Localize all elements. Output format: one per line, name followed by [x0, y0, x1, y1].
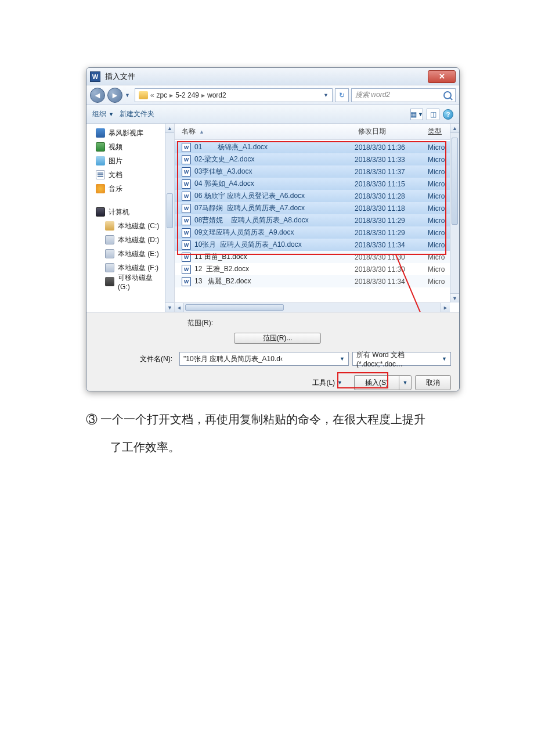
search-input[interactable]: 搜索 word2: [351, 88, 456, 102]
file-date: 2018/3/30 11:34: [355, 241, 424, 249]
file-name: 09文瑶应聘人员简历表_A9.docx: [194, 228, 351, 237]
word-doc-icon: W: [182, 277, 191, 286]
organize-dropdown[interactable]: 组织▼: [92, 109, 114, 119]
file-name: 01 杨锦燕_A1.docx: [194, 142, 351, 152]
file-row[interactable]: W 10张月 应聘人员简历表_A10.docx 2018/3/30 11:34 …: [175, 239, 459, 251]
scroll-up-icon[interactable]: ▲: [450, 124, 459, 133]
cancel-button[interactable]: 取消: [415, 375, 451, 390]
forward-button[interactable]: ►: [107, 88, 122, 103]
search-placeholder: 搜索 word2: [355, 90, 390, 100]
sort-asc-icon[interactable]: ▲: [199, 129, 204, 135]
range-button[interactable]: 范围(R)...: [234, 333, 321, 344]
path-segment[interactable]: zpc: [157, 91, 168, 99]
sidebar-item[interactable]: 文档: [96, 168, 174, 182]
file-row[interactable]: W 13 焦麗_B2.docx 2018/3/30 11:34 Micro: [175, 275, 459, 287]
sidebar-item-label: 文档: [109, 170, 122, 180]
file-name: 11 田苗_B1.docx: [194, 252, 351, 262]
file-filter-dropdown[interactable]: 所有 Word 文档(*.docx;*.doc… ▼: [352, 352, 451, 366]
tools-dropdown[interactable]: 工具(L)▼: [312, 378, 342, 388]
close-button[interactable]: ✕: [428, 70, 456, 83]
sidebar-drive[interactable]: 本地磁盘 (E:): [96, 247, 174, 261]
file-vscrollbar[interactable]: ▲ ▼: [450, 124, 459, 303]
ico-vid2-icon: [96, 142, 105, 152]
file-date: 2018/3/30 11:33: [355, 156, 424, 164]
file-row[interactable]: W 12 王雅_B2.docx 2018/3/30 11:30 Micro: [175, 263, 459, 275]
scroll-up-icon[interactable]: ▲: [165, 124, 174, 133]
sidebar-item[interactable]: 图片: [96, 154, 174, 168]
file-date: 2018/3/30 11:37: [355, 168, 424, 176]
word-app-icon: W: [90, 71, 100, 82]
range-label: 范围(R):: [95, 318, 451, 328]
recent-dropdown-icon[interactable]: ▼: [125, 92, 130, 98]
file-date: 2018/3/30 11:36: [355, 143, 424, 152]
file-name: 07马靜娴 应聘人员简历表_A7.docx: [194, 203, 351, 213]
sidebar-computer[interactable]: 计算机: [96, 205, 174, 219]
filter-dropdown-icon[interactable]: ▼: [442, 356, 447, 362]
view-mode-dropdown[interactable]: ▦ ▼: [410, 109, 423, 120]
sidebar-item[interactable]: 暴风影视库: [96, 126, 174, 140]
titlebar: W 插入文件 ✕: [86, 68, 459, 85]
insert-dropdown[interactable]: ▼: [399, 375, 412, 390]
drive-icon: [105, 221, 114, 231]
sidebar-drive[interactable]: 本地磁盘 (C:): [96, 219, 174, 233]
word-doc-icon: W: [182, 192, 191, 201]
file-row[interactable]: W 06 杨欣宇 应聘人员登记表_A6.docx 2018/3/30 11:28…: [175, 190, 459, 202]
insert-button[interactable]: 插入(S): [354, 375, 399, 390]
drive-icon: [105, 249, 114, 258]
sidebar-drive[interactable]: 可移动磁盘 (G:): [96, 275, 174, 289]
sidebar-item[interactable]: 视频: [96, 140, 174, 154]
sidebar-item-label: 暴风影视库: [109, 128, 143, 138]
file-date: 2018/3/30 11:34: [355, 278, 424, 286]
sidebar-item-label: 音乐: [109, 184, 122, 194]
caption-text: ③ 一个一个打开文档，再使用复制粘贴的命令，在很大程度上提升 了工作效率。: [86, 405, 448, 461]
new-folder-button[interactable]: 新建文件夹: [120, 109, 154, 119]
scroll-thumb[interactable]: [185, 304, 284, 311]
filename-input[interactable]: "10张月 应聘人员简历表_A10.d‹ ▼: [179, 352, 349, 366]
sidebar-scrollbar[interactable]: ▲ ▼: [165, 124, 174, 312]
path-segment[interactable]: 5-2 249: [175, 91, 199, 99]
word-doc-icon: W: [182, 240, 191, 250]
column-headers[interactable]: 名称▲ 修改日期 类型: [175, 124, 459, 140]
file-hscrollbar[interactable]: ◄ ►: [175, 303, 450, 312]
scroll-down-icon[interactable]: ▼: [165, 303, 174, 312]
file-row[interactable]: W 11 田苗_B1.docx 2018/3/30 11:30 Micro: [175, 251, 459, 263]
word-doc-icon: W: [182, 167, 191, 177]
navigation-pane: 暴风影视库视频图片文档音乐计算机本地磁盘 (C:)本地磁盘 (D:)本地磁盘 (…: [86, 124, 175, 312]
word-doc-icon: W: [182, 155, 191, 164]
scroll-right-icon[interactable]: ►: [441, 303, 450, 312]
scroll-thumb[interactable]: [452, 138, 458, 225]
file-name: 02-梁文史_A2.docx: [194, 154, 351, 164]
file-date: 2018/3/30 11:30: [355, 265, 424, 273]
sidebar-item-label: 本地磁盘 (E:): [118, 249, 159, 259]
word-doc-icon: W: [182, 204, 191, 213]
help-icon[interactable]: ?: [443, 109, 453, 120]
file-name: 04 郭美如_A4.docx: [194, 179, 351, 189]
file-row[interactable]: W 07马靜娴 应聘人员简历表_A7.docx 2018/3/30 11:18 …: [175, 202, 459, 214]
filename-dropdown-icon[interactable]: ▼: [340, 356, 345, 362]
file-row[interactable]: W 08曹婧妮 应聘人员简历表_A8.docx 2018/3/30 11:29 …: [175, 214, 459, 226]
scroll-down-icon[interactable]: ▼: [450, 293, 459, 303]
file-row[interactable]: W 01 杨锦燕_A1.docx 2018/3/30 11:36 Micro: [175, 141, 459, 153]
file-row[interactable]: W 02-梁文史_A2.docx 2018/3/30 11:33 Micro: [175, 153, 459, 165]
scroll-left-icon[interactable]: ◄: [175, 303, 184, 312]
preview-pane-toggle[interactable]: ◫: [427, 109, 439, 120]
file-row[interactable]: W 03李佳敏_A3.docx 2018/3/30 11:37 Micro: [175, 165, 459, 178]
scroll-thumb[interactable]: [167, 193, 173, 228]
word-doc-icon: W: [182, 253, 191, 262]
computer-icon: [96, 207, 105, 217]
file-name: 12 王雅_B2.docx: [194, 264, 351, 274]
path-segment[interactable]: word2: [207, 91, 226, 99]
refresh-button[interactable]: ↻: [335, 88, 349, 102]
sidebar-drive[interactable]: 本地磁盘 (D:): [96, 233, 174, 247]
breadcrumb[interactable]: « zpc ▸ 5-2 249 ▸ word2 ▼: [135, 88, 333, 102]
path-dropdown-icon[interactable]: ▼: [323, 92, 329, 98]
drive-icon: [105, 235, 114, 244]
file-row[interactable]: W 09文瑶应聘人员简历表_A9.docx 2018/3/30 11:29 Mi…: [175, 226, 459, 239]
file-date: 2018/3/30 11:29: [355, 229, 424, 237]
file-date: 2018/3/30 11:29: [355, 217, 424, 225]
sidebar-item[interactable]: 音乐: [96, 182, 174, 196]
sidebar-item-label: 可移动磁盘 (G:): [118, 273, 164, 291]
file-name: 03李佳敏_A3.docx: [194, 167, 351, 177]
file-row[interactable]: W 04 郭美如_A4.docx 2018/3/30 11:15 Micro: [175, 178, 459, 190]
back-button[interactable]: ◄: [90, 88, 105, 103]
